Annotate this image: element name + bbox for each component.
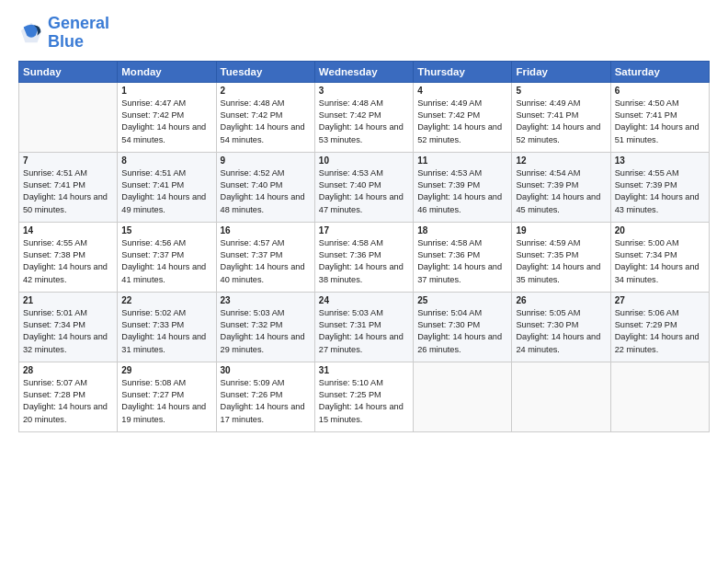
calendar-cell: [19, 82, 118, 152]
sunset-text: Sunset: 7:37 PM: [221, 249, 311, 261]
day-info: Sunrise: 4:53 AM Sunset: 7:40 PM Dayligh…: [319, 167, 409, 216]
sunset-text: Sunset: 7:42 PM: [319, 109, 409, 121]
day-number: 1: [121, 86, 211, 96]
header-day: Friday: [512, 61, 610, 82]
calendar-cell: 8 Sunrise: 4:51 AM Sunset: 7:41 PM Dayli…: [118, 152, 216, 222]
sunrise-text: Sunrise: 4:55 AM: [23, 237, 113, 249]
day-number: 2: [221, 86, 311, 96]
sunrise-text: Sunrise: 5:08 AM: [121, 377, 211, 389]
day-info: Sunrise: 5:09 AM Sunset: 7:26 PM Dayligh…: [221, 377, 311, 426]
day-info: Sunrise: 5:05 AM Sunset: 7:30 PM Dayligh…: [516, 307, 606, 356]
calendar-cell: 4 Sunrise: 4:49 AM Sunset: 7:42 PM Dayli…: [414, 82, 512, 152]
day-number: 28: [23, 365, 113, 375]
day-number: 25: [417, 295, 507, 305]
sunrise-text: Sunrise: 5:01 AM: [23, 307, 113, 319]
day-info: Sunrise: 5:03 AM Sunset: 7:32 PM Dayligh…: [221, 307, 311, 356]
sunrise-text: Sunrise: 4:59 AM: [516, 237, 606, 249]
sunrise-text: Sunrise: 4:57 AM: [221, 237, 311, 249]
day-number: 3: [319, 86, 409, 96]
sunset-text: Sunset: 7:39 PM: [417, 179, 507, 191]
sunrise-text: Sunrise: 5:04 AM: [417, 307, 507, 319]
day-number: 15: [121, 225, 211, 236]
calendar-table: SundayMondayTuesdayWednesdayThursdayFrid…: [18, 61, 710, 432]
sunset-text: Sunset: 7:40 PM: [319, 179, 409, 191]
calendar-cell: 23 Sunrise: 5:03 AM Sunset: 7:32 PM Dayl…: [216, 292, 314, 362]
sunset-text: Sunset: 7:26 PM: [221, 389, 311, 401]
sunset-text: Sunset: 7:39 PM: [615, 179, 705, 191]
calendar-cell: [414, 362, 512, 431]
daylight-text: Daylight: 14 hours and 34 minutes.: [615, 261, 705, 286]
day-number: 8: [121, 155, 211, 166]
day-info: Sunrise: 4:54 AM Sunset: 7:39 PM Dayligh…: [516, 167, 606, 216]
calendar-week-row: 1 Sunrise: 4:47 AM Sunset: 7:42 PM Dayli…: [19, 82, 710, 152]
sunrise-text: Sunrise: 4:49 AM: [417, 98, 507, 109]
sunrise-text: Sunrise: 4:51 AM: [121, 167, 211, 179]
calendar-cell: 21 Sunrise: 5:01 AM Sunset: 7:34 PM Dayl…: [19, 292, 118, 362]
sunrise-text: Sunrise: 4:55 AM: [615, 167, 705, 179]
daylight-text: Daylight: 14 hours and 37 minutes.: [417, 261, 507, 286]
calendar-cell: 6 Sunrise: 4:50 AM Sunset: 7:41 PM Dayli…: [610, 82, 709, 152]
daylight-text: Daylight: 14 hours and 24 minutes.: [516, 331, 606, 356]
sunrise-text: Sunrise: 5:00 AM: [615, 237, 705, 249]
daylight-text: Daylight: 14 hours and 26 minutes.: [417, 331, 507, 356]
sunset-text: Sunset: 7:34 PM: [23, 319, 113, 331]
day-number: 29: [121, 365, 211, 375]
day-number: 23: [221, 295, 311, 305]
day-info: Sunrise: 4:55 AM Sunset: 7:38 PM Dayligh…: [23, 237, 113, 286]
daylight-text: Daylight: 14 hours and 15 minutes.: [319, 401, 409, 426]
daylight-text: Daylight: 14 hours and 22 minutes.: [615, 331, 705, 356]
sunset-text: Sunset: 7:32 PM: [221, 319, 311, 331]
header-row: SundayMondayTuesdayWednesdayThursdayFrid…: [19, 61, 710, 82]
day-number: 27: [615, 295, 705, 305]
sunset-text: Sunset: 7:35 PM: [516, 249, 606, 261]
header-day: Wednesday: [314, 61, 413, 82]
daylight-text: Daylight: 14 hours and 46 minutes.: [417, 191, 507, 216]
day-info: Sunrise: 4:51 AM Sunset: 7:41 PM Dayligh…: [121, 167, 211, 216]
day-number: 10: [319, 155, 409, 166]
calendar-cell: 26 Sunrise: 5:05 AM Sunset: 7:30 PM Dayl…: [512, 292, 610, 362]
sunrise-text: Sunrise: 4:58 AM: [417, 237, 507, 249]
sunrise-text: Sunrise: 5:06 AM: [615, 307, 705, 319]
day-info: Sunrise: 4:53 AM Sunset: 7:39 PM Dayligh…: [417, 167, 507, 216]
daylight-text: Daylight: 14 hours and 27 minutes.: [319, 331, 409, 356]
daylight-text: Daylight: 14 hours and 32 minutes.: [23, 331, 113, 356]
daylight-text: Daylight: 14 hours and 35 minutes.: [516, 261, 606, 286]
day-number: 26: [516, 295, 606, 305]
sunset-text: Sunset: 7:41 PM: [516, 109, 606, 121]
day-info: Sunrise: 4:48 AM Sunset: 7:42 PM Dayligh…: [221, 98, 311, 146]
sunset-text: Sunset: 7:33 PM: [121, 319, 211, 331]
sunrise-text: Sunrise: 4:48 AM: [319, 98, 409, 109]
daylight-text: Daylight: 14 hours and 54 minutes.: [121, 121, 211, 146]
calendar-cell: 22 Sunrise: 5:02 AM Sunset: 7:33 PM Dayl…: [118, 292, 216, 362]
header-day: Monday: [118, 61, 216, 82]
day-info: Sunrise: 4:49 AM Sunset: 7:42 PM Dayligh…: [417, 98, 507, 146]
calendar-cell: 14 Sunrise: 4:55 AM Sunset: 7:38 PM Dayl…: [19, 222, 118, 292]
sunrise-text: Sunrise: 5:02 AM: [121, 307, 211, 319]
calendar-cell: 3 Sunrise: 4:48 AM Sunset: 7:42 PM Dayli…: [314, 82, 413, 152]
daylight-text: Daylight: 14 hours and 52 minutes.: [516, 121, 606, 146]
sunrise-text: Sunrise: 4:47 AM: [121, 98, 211, 109]
sunrise-text: Sunrise: 4:49 AM: [516, 98, 606, 109]
calendar-cell: [610, 362, 709, 431]
sunset-text: Sunset: 7:30 PM: [417, 319, 507, 331]
day-info: Sunrise: 5:00 AM Sunset: 7:34 PM Dayligh…: [615, 237, 705, 286]
day-info: Sunrise: 4:57 AM Sunset: 7:37 PM Dayligh…: [221, 237, 311, 286]
sunset-text: Sunset: 7:41 PM: [23, 179, 113, 191]
sunrise-text: Sunrise: 4:48 AM: [221, 98, 311, 109]
calendar-cell: 7 Sunrise: 4:51 AM Sunset: 7:41 PM Dayli…: [19, 152, 118, 222]
calendar-cell: 29 Sunrise: 5:08 AM Sunset: 7:27 PM Dayl…: [118, 362, 216, 431]
calendar-cell: 19 Sunrise: 4:59 AM Sunset: 7:35 PM Dayl…: [512, 222, 610, 292]
calendar-cell: 31 Sunrise: 5:10 AM Sunset: 7:25 PM Dayl…: [314, 362, 413, 431]
logo-text: General Blue: [48, 15, 109, 52]
header-day: Thursday: [414, 61, 512, 82]
day-info: Sunrise: 4:59 AM Sunset: 7:35 PM Dayligh…: [516, 237, 606, 286]
daylight-text: Daylight: 14 hours and 43 minutes.: [615, 191, 705, 216]
daylight-text: Daylight: 14 hours and 48 minutes.: [221, 191, 311, 216]
day-info: Sunrise: 4:58 AM Sunset: 7:36 PM Dayligh…: [417, 237, 507, 286]
daylight-text: Daylight: 14 hours and 29 minutes.: [221, 331, 311, 356]
header-day: Sunday: [19, 61, 118, 82]
calendar-week-row: 14 Sunrise: 4:55 AM Sunset: 7:38 PM Dayl…: [19, 222, 710, 292]
day-number: 13: [615, 155, 705, 166]
day-info: Sunrise: 4:58 AM Sunset: 7:36 PM Dayligh…: [319, 237, 409, 286]
calendar-cell: 16 Sunrise: 4:57 AM Sunset: 7:37 PM Dayl…: [216, 222, 314, 292]
